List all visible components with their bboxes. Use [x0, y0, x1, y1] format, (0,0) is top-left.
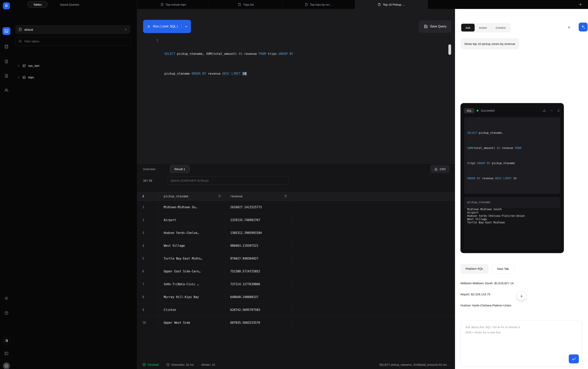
workspace-logo[interactable]: D	[3, 2, 10, 9]
column-label: #	[142, 195, 144, 198]
sql-editor-panel: Run ( Limit: SQL ) Save Query 1 SELECT p…	[137, 9, 455, 163]
replace-sql-button[interactable]: Replace SQL	[460, 264, 488, 274]
run-button-label: Run ( Limit: SQL )	[153, 25, 178, 28]
tab-result-1[interactable]: Result 1	[170, 165, 190, 173]
user-avatar[interactable]	[3, 362, 10, 369]
chevron-right-icon[interactable]	[17, 64, 20, 67]
new-tab-plus-button[interactable]	[578, 1, 583, 7]
workspace-icon[interactable]	[2, 27, 10, 35]
send-button[interactable]	[569, 354, 579, 363]
row-count: 10 / 10	[143, 176, 152, 184]
table-cell: Upper West Side	[159, 316, 226, 329]
sql-card-code: SELECT pickup_ntaname, SUM(total_amount)…	[464, 117, 560, 194]
filter-tables-input[interactable]	[24, 40, 127, 43]
sql-code-area[interactable]: SELECT pickup_ntaname, SUM(total_amount)…	[164, 37, 293, 90]
expand-icon[interactable]	[557, 109, 560, 112]
tab-trips-list[interactable]: Trips list	[210, 0, 282, 9]
download-csv-button[interactable]: CSV	[430, 165, 450, 173]
ask-input-card[interactable]: Ask about this SQL / let AI fix or rewri…	[460, 320, 582, 367]
tab-ask[interactable]: Ask	[461, 24, 475, 31]
new-tab-button[interactable]: New Tab	[492, 264, 514, 274]
table-cell: 5	[137, 252, 159, 265]
table-cell: SoHo-TriBeCa-Civic …	[159, 278, 226, 290]
run-query-button[interactable]: Run ( Limit: SQL )	[143, 20, 191, 33]
table-cell: Clinton	[159, 304, 226, 316]
sidebar-tab-saved-queries[interactable]: Saved Queries	[58, 0, 81, 9]
card-table-body: Midtown-Midtown SouthAirportHudson Yards…	[464, 208, 560, 224]
tab-label: Trips list	[243, 3, 254, 6]
table-cell-filler	[292, 226, 455, 239]
save-query-button[interactable]: Save Query	[419, 20, 452, 33]
table-row[interactable]: 2Airport2329133.746992767	[137, 214, 455, 226]
card-table-row: Turtle Bay-East Midtown	[464, 221, 560, 224]
table-row[interactable]: 7SoHo-TriBeCa-Civic …737114.1277639866	[137, 278, 455, 291]
table-cell: 2616827.1412525773	[226, 201, 292, 214]
more-options-icon[interactable]	[550, 109, 553, 112]
search-icon	[19, 40, 22, 43]
assistant-action-buttons: Replace SQL New Tab	[460, 264, 514, 274]
users-icon[interactable]	[2, 86, 10, 94]
panel-left-icon[interactable]	[2, 349, 10, 357]
run-button-main[interactable]: Run ( Limit: SQL )	[143, 25, 181, 28]
card-table-header: pickup_ntaname	[464, 197, 560, 208]
column-header-pickup-ntaname[interactable]: pickup_ntaname	[159, 192, 226, 201]
table-cell-filler	[292, 252, 455, 265]
table-cell: 752388.5714725852	[226, 265, 292, 278]
tab-context[interactable]: Context	[491, 24, 510, 31]
run-options-dropdown[interactable]	[181, 20, 191, 33]
language-chip: SQL	[464, 108, 474, 113]
sidebar-item-nyc-taxi[interactable]: nyc_taxi	[16, 61, 130, 70]
sidebar-item-trips[interactable]: trips	[16, 73, 130, 82]
scroll-to-bottom-button[interactable]	[517, 291, 526, 301]
tab-top-10-pickup[interactable]: Top 10 Pickup …	[355, 0, 428, 9]
table-row[interactable]: 5Turtle Bay-East Midto…976027.940364927	[137, 252, 455, 265]
column-header-revenue[interactable]: revenue	[226, 192, 292, 201]
table-row[interactable]: 6Upper East Side-Carn…752388.5714725852	[137, 265, 455, 278]
tab-overview[interactable]: Overview	[143, 164, 155, 174]
file-icon	[305, 3, 308, 6]
summary-line: Hudson Yards-Chelsea-Flatiron-Union	[460, 303, 579, 308]
tables-sidebar: default nyc_taxi trips	[13, 9, 137, 369]
database-selector[interactable]: default	[16, 25, 130, 34]
ai-sparkle-button[interactable]	[579, 22, 588, 31]
ask-input[interactable]: Ask about this SQL / let AI fix or rewri…	[461, 320, 582, 339]
chevrons-up-down-icon	[124, 28, 127, 31]
bar-chart-icon[interactable]	[543, 109, 546, 112]
tab-top-trips-by-revenue[interactable]: Top trips by rev…	[282, 0, 355, 9]
theme-toggle-icon[interactable]	[3, 337, 10, 344]
filter-icon[interactable]	[218, 195, 221, 198]
table-row[interactable]: 8Murray Hill-Kips Bay640640.240680337	[137, 291, 455, 304]
settings-gear-icon[interactable]	[2, 294, 10, 302]
tab-action[interactable]: Action	[475, 24, 491, 31]
results-search-input[interactable]	[170, 179, 286, 182]
editor-scrollbar-thumb[interactable]	[448, 44, 451, 55]
clock-icon	[166, 363, 170, 367]
table-row[interactable]: 9Clinton620742.5695797503	[137, 304, 455, 316]
database-icon[interactable]	[2, 43, 10, 51]
table-cell: 2329133.746992767	[226, 214, 292, 226]
help-icon[interactable]	[2, 309, 10, 317]
tab-top-minute-trips[interactable]: Top minute trips	[137, 0, 210, 9]
table-cell: 640640.240680337	[226, 291, 292, 303]
app-rail: D	[0, 0, 13, 369]
table-row[interactable]: 3Hudson Yards-Chelse…1305312.3905993104	[137, 226, 455, 239]
results-search-field	[167, 176, 289, 184]
table-cell: Upper East Side-Carn…	[159, 265, 226, 278]
sidebar-tab-tables[interactable]: Tables	[27, 1, 48, 8]
status-execution: Execution: 32 ms	[166, 363, 194, 367]
column-header-index[interactable]: #	[137, 192, 159, 201]
table-row[interactable]: 10Upper West Side607035.5603233576	[137, 316, 455, 329]
file-icon[interactable]	[2, 72, 10, 80]
table-cell: 7	[137, 278, 159, 290]
table-cell: 737114.1277639866	[226, 278, 292, 290]
table-row[interactable]: 1Midtown-Midtown So…2616827.1412525773	[137, 201, 455, 214]
tab-label: Top 10 Pickup …	[383, 3, 405, 6]
table-row[interactable]: 4West Village980463.119397521	[137, 239, 455, 252]
chevron-right-icon[interactable]	[17, 76, 20, 79]
close-icon[interactable]	[566, 24, 572, 30]
file-export-icon[interactable]	[2, 58, 10, 65]
execution-time: Execution: 32 ms	[172, 363, 194, 366]
filter-icon[interactable]	[284, 195, 287, 198]
save-button-label: Save Query	[430, 25, 446, 28]
table-cell: Midtown-Midtown So…	[159, 201, 226, 214]
